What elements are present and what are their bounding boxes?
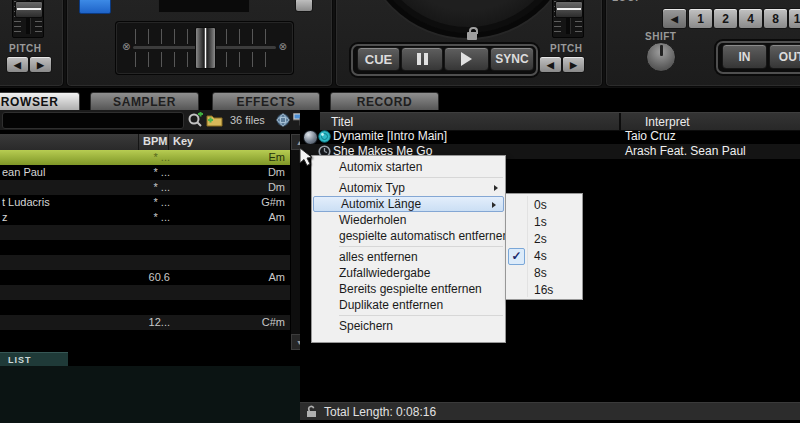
virtualdj-window: PITCH ◀ ▶ ⊗ ⊗ CUE SYNC PITCH ◀ <box>0 0 800 423</box>
pause-button[interactable] <box>401 47 443 71</box>
crossfader-left-end-icon: ⊗ <box>122 42 130 52</box>
pitch-slider-right[interactable] <box>552 0 584 38</box>
menu-item-wiederholen[interactable]: Wiederholen <box>312 212 505 228</box>
menu-item-duplikate-entfernen[interactable]: Duplikate entfernen <box>312 297 505 313</box>
playlist-row[interactable]: Dynamite [Intro Main] Taio Cruz <box>300 129 800 144</box>
unlock-icon[interactable] <box>306 405 318 418</box>
loop-8-button[interactable]: 8 <box>763 8 788 29</box>
submenu-item-1s[interactable]: 1s <box>506 214 582 231</box>
mixer-display <box>158 0 250 13</box>
menu-item-alles-entfernen[interactable]: alles entfernen <box>312 249 505 265</box>
file-row[interactable]: t Ludacris * ... G#m <box>0 195 290 210</box>
pitch-plus-button-left[interactable]: ▶ <box>29 56 52 73</box>
pitch-minus-button-left[interactable]: ◀ <box>6 56 29 73</box>
loop-1-button[interactable]: 1 <box>688 8 713 29</box>
tab-browser[interactable]: BROWSER <box>0 92 80 111</box>
submenu-item-0s[interactable]: 0s <box>506 197 582 214</box>
mixer-panel: ⊗ ⊗ <box>66 0 333 87</box>
file-list: BPM Key * ... Em ean Paul * ... Dm * ...… <box>0 130 308 350</box>
pitch-plus-button-right[interactable]: ▶ <box>562 56 585 73</box>
file-row[interactable]: 60.6 Am <box>0 270 290 285</box>
automix-context-menu: Automix starten Automix Typ Automix Läng… <box>311 155 506 343</box>
deck1-panel: PITCH ◀ ▶ <box>0 0 64 87</box>
file-list-header[interactable]: BPM Key <box>0 134 290 150</box>
submenu-item-2s[interactable]: 2s <box>506 231 582 248</box>
globe-icon[interactable] <box>276 113 291 127</box>
menu-item-zufallwiedergabe[interactable]: Zufallwiedergabe <box>312 265 505 281</box>
tab-record[interactable]: RECORD <box>330 92 439 111</box>
loop-half-button[interactable]: ◀ <box>662 8 687 29</box>
file-row[interactable] <box>0 225 290 240</box>
submenu-arrow-icon <box>494 185 498 191</box>
lock-icon <box>467 32 477 40</box>
pause-icon <box>417 53 428 65</box>
automix-laenge-submenu: 0s 1s 2s ✓ 4s 8s 16s <box>505 193 583 300</box>
menu-separator <box>339 315 503 316</box>
shift-label: SHIFT <box>645 31 676 42</box>
deck-indicator-icon <box>303 130 318 145</box>
menu-separator <box>339 246 503 247</box>
total-length: Total Length: 0:08:16 <box>324 405 436 419</box>
playlist-row-title: Dynamite [Intro Main] <box>333 129 447 143</box>
column-key[interactable]: Key <box>173 135 193 147</box>
deck2-panel: CUE SYNC PITCH ◀ ▶ <box>335 0 603 87</box>
analyzed-icon <box>318 130 331 143</box>
playlist-row-artist: Taio Cruz <box>625 129 676 143</box>
menu-item-speichern[interactable]: Speichern <box>312 318 505 334</box>
file-count: 36 files <box>230 114 265 126</box>
shift-knob[interactable] <box>646 42 676 72</box>
sync-button[interactable]: SYNC <box>490 47 534 71</box>
file-row[interactable]: ean Paul * ... Dm <box>0 165 290 180</box>
pitch-label-right: PITCH <box>550 43 583 54</box>
submenu-item-16s[interactable]: 16s <box>506 282 582 299</box>
pitch-minus-button-right[interactable]: ◀ <box>539 56 562 73</box>
crossfader-right-end-icon: ⊗ <box>279 42 287 52</box>
tab-sampler[interactable]: SAMPLER <box>90 92 199 111</box>
file-row[interactable]: * ... Dm <box>0 180 290 195</box>
mixer-right-button[interactable] <box>295 0 313 12</box>
loop-4-button[interactable]: 4 <box>738 8 763 29</box>
submenu-item-4s[interactable]: ✓ 4s <box>506 248 582 265</box>
file-row[interactable] <box>0 255 290 270</box>
crossfader-handle[interactable] <box>195 27 216 69</box>
file-row[interactable]: z * ... Am <box>0 210 290 225</box>
menu-item-automix-starten[interactable]: Automix starten <box>312 159 505 175</box>
playlist-row-artist: Arash Feat. Sean Paul <box>625 144 746 158</box>
mouse-cursor <box>299 147 315 167</box>
submenu-arrow-icon <box>492 202 496 208</box>
loop-out-button[interactable]: OUT <box>769 44 800 69</box>
play-button[interactable] <box>444 47 489 71</box>
column-interpret[interactable]: Interpret <box>645 115 690 129</box>
menu-item-automix-laenge[interactable]: Automix Länge <box>313 196 504 212</box>
tab-effects[interactable]: EFFECTS <box>212 92 320 111</box>
file-row[interactable] <box>0 285 290 300</box>
checkmark-icon: ✓ <box>508 248 525 265</box>
menu-item-gespielte-entfernen[interactable]: gespielte automatisch entfernen <box>312 228 505 244</box>
column-bpm[interactable]: BPM <box>143 135 167 147</box>
cue-button[interactable]: CUE <box>357 47 400 71</box>
loop-panel: LOOP ◀ 1 2 4 8 16 SHIFT IN OUT <box>605 0 800 87</box>
loop-in-button[interactable]: IN <box>722 44 767 69</box>
file-row[interactable]: 12... C#m <box>0 315 290 330</box>
pitch-slider-left-handle[interactable] <box>15 1 43 18</box>
pitch-slider-left[interactable] <box>12 0 44 38</box>
search-icon[interactable] <box>187 112 204 129</box>
loop-label: LOOP <box>612 0 642 3</box>
file-row-selected[interactable]: * ... Em <box>0 150 290 165</box>
menu-item-bereits-gespielte-entfernen[interactable]: Bereits gespielte entfernen <box>312 281 505 297</box>
crossfader[interactable]: ⊗ ⊗ <box>116 22 293 74</box>
pitch-slider-right-handle[interactable] <box>555 1 583 18</box>
loop-2-button[interactable]: 2 <box>713 8 738 29</box>
submenu-item-8s[interactable]: 8s <box>506 265 582 282</box>
column-titel[interactable]: Titel <box>331 115 353 129</box>
sidelist-tab[interactable]: LIST <box>0 352 68 367</box>
add-folder-icon[interactable] <box>206 113 223 127</box>
search-input[interactable] <box>2 112 184 129</box>
key-button[interactable] <box>79 0 111 14</box>
browser-toolbar: 36 files <box>0 110 300 131</box>
loop-16-button[interactable]: 16 <box>788 8 800 29</box>
playlist-status-bar: Total Length: 0:08:16 <box>300 402 800 420</box>
sidelist-panel <box>0 366 300 423</box>
menu-item-automix-typ[interactable]: Automix Typ <box>312 180 505 196</box>
play-icon <box>461 52 472 66</box>
